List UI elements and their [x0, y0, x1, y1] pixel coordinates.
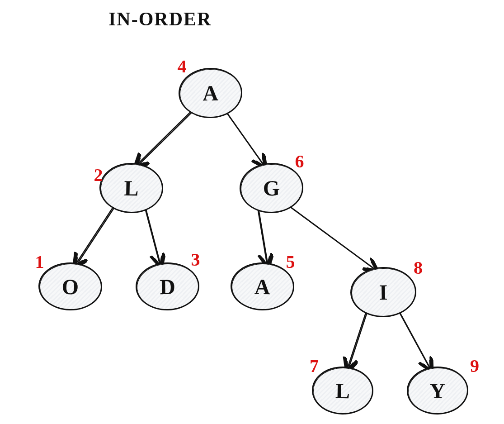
tree-edge: [144, 203, 161, 266]
node-label: L: [124, 176, 139, 201]
tree-edge: [223, 108, 265, 167]
tree-edge: [75, 202, 117, 265]
order-number: 7: [310, 355, 319, 376]
tree-edge: [347, 306, 368, 369]
tree-node-i: I: [350, 267, 417, 318]
tree-edge: [284, 203, 377, 271]
order-number: 6: [295, 151, 304, 172]
node-label: D: [160, 274, 176, 299]
node-label: O: [61, 274, 79, 299]
node-label: I: [379, 280, 388, 305]
tree-edge: [137, 108, 197, 167]
diagram-canvas: IN-ORDER ALGODAILY 426135879: [0, 0, 504, 424]
tree-edge: [397, 307, 431, 370]
node-label: L: [335, 378, 350, 403]
tree-edge: [396, 306, 430, 369]
order-number: 5: [286, 251, 295, 272]
node-label: G: [263, 176, 280, 201]
tree-edge: [76, 203, 118, 266]
order-number: 3: [191, 249, 200, 270]
tree-node-a_root: A: [178, 67, 243, 119]
tree-edge: [143, 202, 160, 265]
tree-node-y: Y: [406, 366, 469, 415]
tree-node-l2: L: [311, 366, 374, 415]
diagram-title: IN-ORDER: [108, 8, 212, 30]
tree-node-a2: A: [230, 262, 295, 311]
tree-node-g: G: [239, 162, 304, 214]
node-label: A: [254, 274, 271, 299]
tree-edges: [0, 0, 504, 424]
tree-node-l1: L: [99, 162, 164, 214]
tree-edge: [222, 107, 264, 166]
order-number: 9: [470, 355, 479, 376]
tree-edge: [283, 202, 376, 270]
tree-edge: [136, 107, 196, 166]
tree-node-d: D: [135, 262, 200, 311]
order-number: 8: [414, 257, 423, 278]
tree-edge: [348, 307, 369, 370]
order-number: 4: [178, 56, 187, 77]
order-number: 1: [35, 251, 44, 272]
tree-node-o: O: [38, 262, 103, 311]
order-number: 2: [94, 164, 103, 186]
node-label: Y: [429, 378, 446, 403]
node-label: A: [203, 81, 219, 106]
